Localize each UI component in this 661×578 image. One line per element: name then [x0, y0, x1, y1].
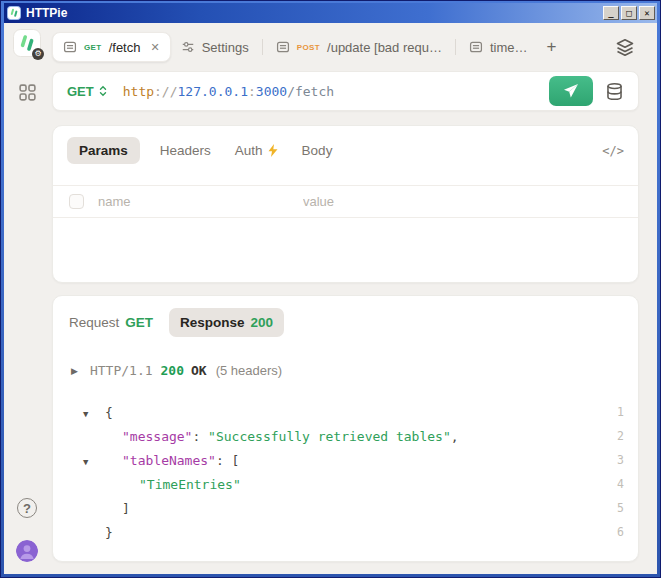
main-panel: GET /fetch ✕ Settings POST /update — [50, 23, 657, 574]
request-method: GET — [125, 315, 153, 330]
url-bar: GET http://127.0.0.1:3000/fetch — [52, 71, 639, 111]
method-select[interactable]: GET — [67, 84, 107, 99]
code-line: "TimeEntries" 4 — [53, 472, 638, 496]
request-tab-icon — [469, 40, 483, 54]
tab-title: Settings — [202, 40, 249, 55]
code-line: ] 5 — [53, 496, 638, 520]
grid-icon[interactable] — [18, 83, 37, 106]
settings-sliders-icon — [181, 40, 195, 54]
headers-summary: (5 headers) — [216, 363, 282, 378]
tab-bar: GET /fetch ✕ Settings POST /update — [52, 31, 639, 63]
help-icon[interactable]: ? — [17, 498, 37, 518]
layers-icon[interactable] — [615, 37, 635, 57]
tab-headers[interactable]: Headers — [160, 143, 211, 158]
tab-method-label: POST — [297, 43, 320, 52]
status-line: ▶ HTTP/1.1 200 OK (5 headers) — [71, 363, 622, 378]
status-reason: OK — [191, 363, 207, 378]
fold-icon[interactable]: ▼ — [83, 409, 88, 419]
line-number: 1 — [617, 405, 624, 419]
sidebar: ⚙ ? — [4, 23, 50, 574]
tab-request[interactable]: Request GET — [69, 315, 153, 330]
tab-auth[interactable]: Auth — [235, 143, 278, 158]
app-body: ⚙ ? GET /fetch ✕ — [4, 23, 657, 574]
url-path: /fetch — [287, 84, 334, 99]
httpie-logo-icon: ⚙ — [13, 29, 41, 57]
tab-title: /update [bad requ… — [327, 40, 442, 55]
tab-get-fetch[interactable]: GET /fetch ✕ — [52, 32, 171, 62]
code-line: ▼ { 1 — [53, 400, 638, 424]
url-separator: :// — [154, 84, 177, 99]
app-icon — [7, 6, 21, 20]
method-label: GET — [67, 84, 94, 99]
code-line: ▼ "tableNames": [ 3 — [53, 448, 638, 472]
tab-auth-label: Auth — [235, 143, 263, 158]
request-label: Request — [69, 315, 119, 330]
code-line: } 6 — [53, 520, 638, 544]
close-button[interactable]: ✕ — [639, 6, 655, 20]
minimize-button[interactable]: _ — [603, 6, 619, 20]
httpie-window: HTTPie _ □ ✕ ⚙ ? — [0, 0, 661, 578]
url-port-colon: : — [248, 84, 256, 99]
code-view-toggle[interactable]: </> — [602, 144, 624, 158]
response-panel: Request GET Response 200 ▶ HTTP/1.1 200 … — [52, 295, 639, 562]
new-tab-button[interactable]: + — [538, 37, 566, 57]
tab-time[interactable]: time… — [459, 32, 538, 62]
send-button[interactable] — [549, 76, 593, 106]
code-line: "message": "Successfully retrieved table… — [53, 424, 638, 448]
tab-close-icon[interactable]: ✕ — [150, 41, 159, 54]
param-row — [53, 185, 638, 218]
response-body: ▼ { 1 "message": "Successfully retrieved… — [53, 400, 638, 544]
param-value-input[interactable] — [303, 194, 622, 209]
gear-icon: ⚙ — [32, 48, 44, 60]
status-protocol: HTTP/1.1 — [90, 363, 153, 378]
url-scheme: http — [123, 84, 154, 99]
line-number: 4 — [617, 477, 624, 491]
method-chevron-icon — [99, 85, 107, 97]
param-name-input[interactable] — [98, 194, 303, 209]
fold-icon[interactable]: ▼ — [83, 457, 88, 467]
maximize-button[interactable]: □ — [621, 6, 637, 20]
tab-separator — [262, 39, 263, 55]
url-port: 3000 — [256, 84, 287, 99]
response-label: Response — [180, 315, 245, 330]
url-host: 127.0.0.1 — [178, 84, 248, 99]
avatar[interactable] — [16, 540, 38, 562]
tab-settings[interactable]: Settings — [171, 32, 259, 62]
paper-plane-icon — [563, 83, 579, 99]
status-code: 200 — [161, 363, 184, 378]
row-checkbox[interactable] — [69, 194, 84, 209]
tab-title: time… — [490, 40, 528, 55]
tab-body[interactable]: Body — [302, 143, 333, 158]
titlebar[interactable]: HTTPie _ □ ✕ — [4, 3, 657, 23]
window-title: HTTPie — [26, 6, 67, 20]
request-panel-tabs: Params Headers Auth Body </> — [53, 126, 638, 173]
line-number: 2 — [617, 429, 624, 443]
request-tab-icon — [63, 40, 77, 54]
response-status-badge: 200 — [251, 315, 274, 330]
tab-post-update[interactable]: POST /update [bad requ… — [266, 32, 452, 62]
line-number: 5 — [617, 501, 624, 515]
lightning-icon — [268, 144, 278, 157]
line-number: 3 — [617, 453, 624, 467]
tab-title: /fetch — [109, 40, 141, 55]
request-panel: Params Headers Auth Body </> — [52, 125, 639, 283]
tab-params[interactable]: Params — [67, 137, 140, 164]
url-input[interactable]: http://127.0.0.1:3000/fetch — [123, 84, 334, 99]
request-tab-icon — [276, 40, 290, 54]
tab-method-label: GET — [84, 43, 102, 52]
tab-response[interactable]: Response 200 — [169, 308, 284, 337]
expand-caret-icon[interactable]: ▶ — [71, 366, 78, 376]
response-panel-tabs: Request GET Response 200 — [53, 296, 638, 347]
database-icon[interactable] — [605, 82, 624, 101]
tab-separator — [455, 39, 456, 55]
line-number: 6 — [617, 525, 624, 539]
